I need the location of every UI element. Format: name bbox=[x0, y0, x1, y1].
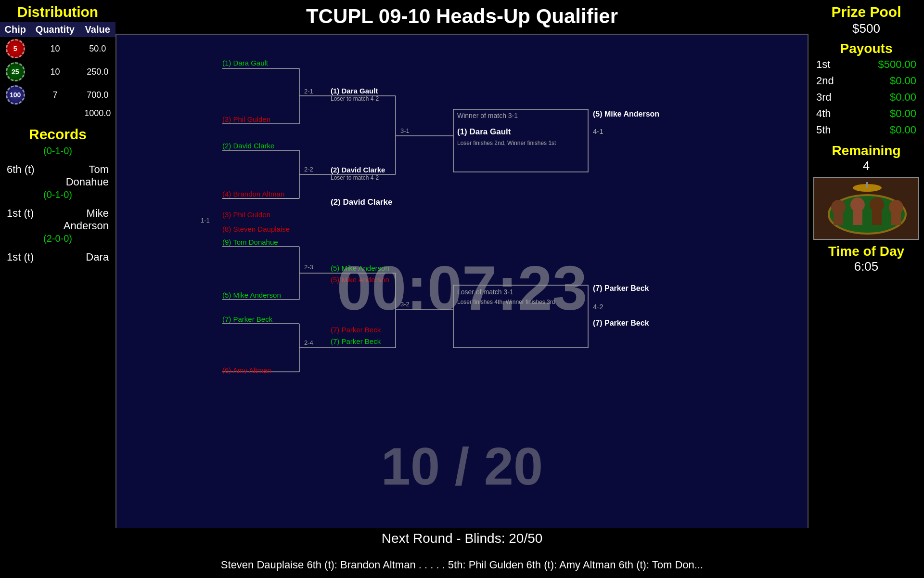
next-round-text: Next Round - Blinds: 20/50 bbox=[382, 531, 543, 546]
left-panel: Distribution Chip Quantity Value 5 10 50… bbox=[0, 0, 116, 578]
record-score-1: (0-1-0) bbox=[4, 145, 112, 157]
record-score-donahue: (0-1-0) bbox=[4, 189, 112, 200]
match-2-2-label: 2-2 bbox=[304, 166, 313, 173]
payout-amount-5th: $0.00 bbox=[890, 124, 916, 136]
winner-mike-label: (5) Mike Anderson bbox=[331, 264, 389, 272]
prize-pool-title: Prize Pool bbox=[808, 0, 924, 21]
payout-place-3rd: 3rd bbox=[816, 91, 832, 104]
player-2-label: (2) David Clarke bbox=[222, 142, 274, 150]
chip-row-5: 5 10 50.0 bbox=[0, 37, 116, 60]
record-entry-anderson: 1st (t) MikeAnderson (2-0-0) bbox=[0, 203, 116, 247]
player-mike-2: (5) Mike Anderson bbox=[331, 276, 389, 284]
svg-point-4 bbox=[870, 197, 884, 212]
finalist-mike: (5) Mike Anderson bbox=[593, 110, 659, 118]
player-6-label: (6) Amy Altman bbox=[222, 366, 271, 374]
record-entry-donahue: 6th (t) TomDonahue (0-1-0) bbox=[0, 159, 116, 203]
record-entry-dara: 1st (t) Dara bbox=[0, 247, 116, 267]
loser-match-note-1: Loser to match 4-2 bbox=[331, 95, 379, 102]
payout-5th: 5th $0.00 bbox=[808, 122, 924, 138]
player-8-label: (8) Steven Dauplaise bbox=[222, 225, 290, 233]
chip-5-value: 50.0 bbox=[79, 37, 116, 60]
record-entry-1: (0-1-0) bbox=[0, 143, 116, 159]
poker-image bbox=[813, 177, 919, 240]
remaining-title: Remaining bbox=[808, 143, 924, 158]
match-4-1-label: 4-1 bbox=[593, 127, 603, 135]
chip-col-header: Chip bbox=[0, 22, 30, 37]
bottom-ticker-bar: Steven Dauplaise 6th (t): Brandon Altman… bbox=[0, 552, 924, 578]
prize-pool-amount: $500 bbox=[808, 21, 924, 36]
payout-3rd: 3rd $0.00 bbox=[808, 89, 924, 105]
player-1-label: (1) Dara Gault bbox=[222, 59, 268, 67]
svg-rect-6 bbox=[834, 213, 843, 225]
right-panel: Prize Pool $500 Payouts 1st $500.00 2nd … bbox=[808, 0, 924, 578]
payout-amount-2nd: $0.00 bbox=[890, 75, 916, 87]
match-3-1-label: 3-1 bbox=[400, 127, 410, 134]
chip-row-total: 1000.0 bbox=[0, 106, 116, 120]
match-2-3-label: 2-3 bbox=[304, 263, 313, 271]
chip-icon-25: 25 bbox=[6, 62, 25, 81]
svg-rect-8 bbox=[872, 210, 882, 225]
match-2-4-label: 2-4 bbox=[304, 339, 313, 346]
player-9-label: (9) Tom Donahue bbox=[222, 238, 278, 246]
svg-point-2 bbox=[831, 200, 846, 214]
payout-amount-1st: $500.00 bbox=[878, 58, 916, 71]
payouts-title: Payouts bbox=[808, 41, 924, 56]
match-4-2-label: 4-2 bbox=[593, 302, 603, 311]
payout-place-2nd: 2nd bbox=[816, 75, 834, 87]
quantity-col-header: Quantity bbox=[30, 22, 79, 37]
finalist-parker-2: (7) Parker Beck bbox=[593, 319, 649, 328]
payout-amount-4th: $0.00 bbox=[890, 107, 916, 120]
chip-row-25: 25 10 250.0 bbox=[0, 60, 116, 83]
chip-distribution-table: Chip Quantity Value 5 10 50.0 25 10 250.… bbox=[0, 22, 116, 120]
match-3-2-label: 3-2 bbox=[400, 301, 410, 308]
player-parker-2: (7) Parker Beck bbox=[331, 326, 381, 334]
player-4-label: (4) Brandon Altman bbox=[222, 190, 284, 198]
main-bracket-area: 00:07:23 10 / 20 bbox=[116, 34, 808, 549]
finals-winner-dara: (1) Dara Gault bbox=[457, 127, 511, 137]
chip-100-quantity: 7 bbox=[30, 83, 79, 106]
finalist-parker: (7) Parker Beck bbox=[593, 284, 649, 293]
match-4-1-winner-note: Winner of match 3-1 bbox=[457, 112, 518, 119]
match-1-1-label: 1-1 bbox=[201, 217, 210, 224]
player-7-label: (7) Parker Beck bbox=[222, 315, 272, 323]
record-name-anderson: MikeAnderson bbox=[64, 207, 109, 232]
match-4-2-loser-note: Loser of match 3-1 bbox=[457, 288, 513, 296]
loser-match-note-2: Loser to match 4-2 bbox=[331, 174, 379, 181]
record-place-anderson: 1st (t) bbox=[7, 207, 34, 232]
remaining-count: 4 bbox=[808, 158, 924, 173]
player-5-label: (5) Mike Anderson bbox=[222, 291, 281, 299]
winner-david-label: (2) David Clarke bbox=[331, 166, 385, 174]
record-place-dara: 1st (t) bbox=[7, 251, 34, 263]
value-col-header: Value bbox=[79, 22, 116, 37]
record-name-dara: Dara bbox=[86, 251, 109, 263]
distribution-title: Distribution bbox=[0, 0, 116, 22]
time-of-day-value: 6:05 bbox=[808, 259, 924, 274]
payout-4th: 4th $0.00 bbox=[808, 105, 924, 122]
payout-1st: 1st $500.00 bbox=[808, 56, 924, 73]
payout-2nd: 2nd $0.00 bbox=[808, 73, 924, 89]
chip-5-quantity: 10 bbox=[30, 37, 79, 60]
svg-rect-7 bbox=[853, 210, 862, 225]
svg-point-3 bbox=[850, 197, 865, 212]
winner-parker-label: (7) Parker Beck bbox=[331, 337, 381, 345]
svg-rect-9 bbox=[891, 213, 901, 225]
chip-row-100: 100 7 700.0 bbox=[0, 83, 116, 106]
player-3-match-label: (3) Phil Gulden bbox=[222, 210, 270, 219]
svg-rect-11 bbox=[866, 182, 868, 188]
chip-100-value: 700.0 bbox=[79, 83, 116, 106]
chip-icon-5: 5 bbox=[6, 39, 25, 58]
bottom-ticker-text: Steven Dauplaise 6th (t): Brandon Altman… bbox=[221, 559, 703, 571]
records-section: Records (0-1-0) 6th (t) TomDonahue (0-1-… bbox=[0, 126, 116, 267]
record-name-donahue: TomDonahue bbox=[66, 163, 109, 188]
winner-dara-label: (1) Dara Gault bbox=[331, 87, 378, 95]
match-2-1-label: 2-1 bbox=[304, 88, 313, 95]
records-title: Records bbox=[0, 126, 116, 143]
bracket-container: 00:07:23 10 / 20 bbox=[116, 34, 808, 549]
next-round-bar: Next Round - Blinds: 20/50 bbox=[116, 528, 808, 549]
record-score-anderson: (2-0-0) bbox=[4, 233, 112, 244]
finals-loser-note: Loser finishes 2nd, Winner finishes 1st bbox=[457, 140, 556, 146]
time-of-day-title: Time of Day bbox=[808, 244, 924, 259]
payout-place-4th: 4th bbox=[816, 107, 831, 120]
payout-place-1st: 1st bbox=[816, 58, 830, 71]
payout-place-5th: 5th bbox=[816, 124, 831, 136]
